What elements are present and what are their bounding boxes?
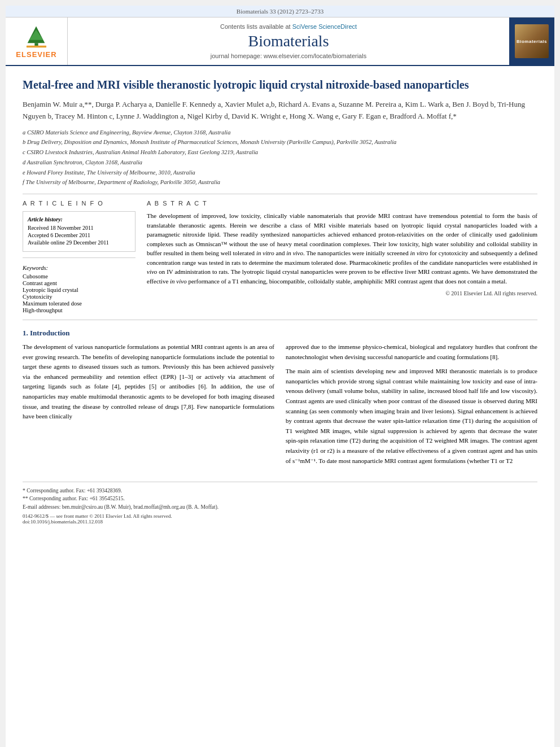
affil-e: e Howard Florey Institute, The Universit… [23,168,537,177]
affil-a: a CSIRO Materials Science and Engineerin… [23,128,537,137]
footer-note-2: ** Corresponding author. Fax: +61 395452… [23,495,537,503]
introduction-section: 1. Introduction The development of vario… [23,329,537,470]
intro-text-2: approved due to the immense physico-chem… [286,342,537,466]
introduction-title: 1. Introduction [23,329,537,338]
svg-rect-3 [27,46,46,48]
divider-1 [23,194,537,194]
keyword-3: Lyotropic liquid crystal [23,287,135,293]
biomaterials-badge: Biomaterials [515,24,549,58]
footer-email: E-mail addresses: ben.muir@csiro.au (B.W… [23,503,537,511]
badge-title: Biomaterials [514,37,549,46]
sciverse-link[interactable]: SciVerse ScienceDirect [292,23,357,30]
footer-notes: * Corresponding author. Fax: +61 3934283… [23,487,537,511]
divider-info [23,257,135,258]
affil-d: d Australian Synchrotron, Clayton 3168, … [23,158,537,167]
article-info-header: A R T I C L E I N F O [23,200,135,207]
publisher-logo-area: ELSEVIER [6,18,68,65]
abstract-copyright: © 2011 Elsevier Ltd. All rights reserved… [147,289,537,298]
page: Biomaterials 33 (2012) 2723–2733 ELSEVIE… [6,6,554,747]
available-date: Available online 29 December 2011 [28,239,130,246]
footer-area: * Corresponding author. Fax: +61 3934283… [23,482,537,525]
abstract-text: The development of improved, low toxicit… [147,211,537,298]
journal-reference: Biomaterials 33 (2012) 2723–2733 [237,8,323,15]
affil-f: f The University of Melbourne, Departmen… [23,178,537,187]
abstract-column: A B S T R A C T The development of impro… [147,200,537,314]
top-bar: Biomaterials 33 (2012) 2723–2733 [6,6,554,18]
introduction-columns: The development of various nanoparticle … [23,342,537,470]
keywords-label: Keywords: [23,265,135,271]
history-label: Article history: [28,216,130,222]
affiliations: a CSIRO Materials Science and Engineerin… [23,128,537,187]
intro-text-1: The development of various nanoparticle … [23,342,274,422]
main-content: Metal-free and MRI visible theranostic l… [6,66,554,536]
intro-col-2: approved due to the immense physico-chem… [286,342,537,470]
divider-2 [23,320,537,320]
affil-c: c CSIRO Livestock Industries, Australian… [23,148,537,157]
keyword-1: Cubosome [23,273,135,279]
intro-col-1: The development of various nanoparticle … [23,342,274,470]
article-title: Metal-free and MRI visible theranostic l… [23,77,537,92]
footer-note-1: * Corresponding author. Fax: +61 3934283… [23,487,537,495]
article-meta-section: A R T I C L E I N F O Article history: R… [23,200,537,314]
elsevier-tree-icon [21,24,52,49]
affil-b: b Drug Delivery, Disposition and Dynamic… [23,138,537,147]
keyword-2: Contrast agent [23,280,135,286]
article-history-box: Article history: Received 18 November 20… [23,211,135,252]
journal-homepage: journal homepage: www.elsevier.com/locat… [211,53,366,59]
doi-line: doi:10.1016/j.biomaterials.2011.12.018 [23,519,537,525]
svg-marker-2 [29,30,43,40]
keyword-6: High-throughput [23,307,135,313]
keyword-5: Maximum tolerated dose [23,300,135,307]
copyright-line: 0142-9612/$ — see front matter © 2011 El… [23,513,537,519]
keywords-section: Keywords: Cubosome Contrast agent Lyotro… [23,265,135,313]
elsevier-logo: ELSEVIER [16,24,56,59]
keyword-4: Cytotoxicity [23,294,135,300]
journal-title-area: Contents lists available at SciVerse Sci… [68,18,509,65]
journal-header: ELSEVIER Contents lists available at Sci… [6,18,554,66]
journal-title: Biomaterials [248,32,329,50]
abstract-header: A B S T R A C T [147,200,537,207]
journal-badge-area: Biomaterials [509,18,554,65]
sciverse-line: Contents lists available at SciVerse Sci… [220,23,357,30]
received-date: Received 18 November 2011 [28,225,130,231]
authors: Benjamin W. Muir a,**, Durga P. Acharya … [23,99,537,123]
footer-copyright: 0142-9612/$ — see front matter © 2011 El… [23,513,537,525]
elsevier-text: ELSEVIER [16,50,56,59]
article-info-column: A R T I C L E I N F O Article history: R… [23,200,135,314]
accepted-date: Accepted 6 December 2011 [28,232,130,238]
